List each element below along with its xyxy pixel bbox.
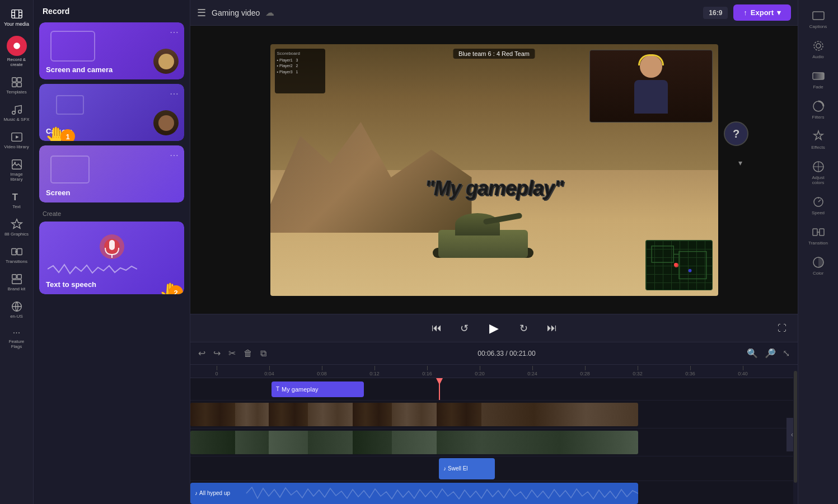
svg-rect-30: [679, 251, 706, 279]
sidebar-item-record-create[interactable]: Record &create: [2, 32, 32, 70]
screen-card[interactable]: ⋯ Screen: [39, 145, 184, 202]
record-panel: Record ⋯ Screen and camera ⋯ 🤚 1 Camera: [34, 0, 190, 504]
sidebar-item-label: Transitions: [6, 259, 27, 264]
video-library-icon: [11, 131, 23, 143]
right-item-audio[interactable]: Audio: [800, 35, 836, 64]
sidebar-item-label: FeatureFlags: [9, 339, 25, 349]
zoom-controls: 🔍 🔎 ⤡: [745, 346, 792, 361]
timeline-ruler: 0 0:04 0:08 0:12 0:16 0:20 0:24 0:28 0:3…: [190, 365, 798, 378]
forward-5s-button[interactable]: ↻: [515, 319, 533, 337]
skip-back-button[interactable]: ⏮: [428, 319, 446, 337]
panel-collapse-chevron[interactable]: ▾: [732, 157, 748, 168]
audio-swell-clip[interactable]: ♪ Swell El: [439, 458, 495, 479]
screen-camera-card[interactable]: ⋯ Screen and camera: [39, 22, 184, 79]
sidebar-item-feature-flags[interactable]: ··· FeatureFlags: [2, 324, 32, 352]
undo-button[interactable]: ↩: [196, 346, 208, 361]
svg-rect-29: [652, 246, 673, 262]
music-icon: [11, 103, 23, 116]
fullscreen-button[interactable]: ⛶: [778, 323, 786, 333]
cursor-badge-1: 1: [60, 129, 75, 141]
sidebar-item-music[interactable]: Music & SFX: [2, 100, 32, 125]
right-item-transition[interactable]: Transition: [800, 221, 836, 250]
right-item-fade[interactable]: Fade: [800, 65, 836, 94]
camera-card[interactable]: ⋯ 🤚 1 Camera: [39, 84, 184, 141]
sidebar-item-language[interactable]: en-US: [2, 297, 32, 322]
timeline-scrollbar[interactable]: [793, 365, 798, 504]
sidebar-item-label: Brand kit: [8, 286, 26, 291]
right-item-effects[interactable]: Effects: [800, 125, 836, 154]
fit-timeline-button[interactable]: ⤡: [780, 346, 792, 361]
cut-button[interactable]: ✂: [226, 346, 238, 361]
video-track-row-1: [190, 401, 798, 428]
zoom-in-button[interactable]: 🔎: [762, 346, 778, 361]
title-clip-icon: T: [276, 386, 279, 392]
card-avatar: [153, 49, 179, 74]
svg-rect-9: [17, 78, 21, 82]
card-options-icon: ⋯: [170, 88, 179, 99]
right-item-label: Filters: [812, 115, 825, 120]
rewind-5s-button[interactable]: ↺: [456, 319, 474, 337]
svg-point-13: [18, 110, 21, 114]
tts-mic-graphic: [95, 230, 129, 266]
thumb-2: [235, 403, 269, 426]
export-label: Export: [751, 8, 774, 17]
record-dot-icon: [11, 40, 22, 51]
svg-rect-11: [17, 83, 21, 87]
right-item-color[interactable]: Color: [800, 251, 836, 280]
hamburger-icon[interactable]: ☰: [197, 7, 206, 19]
timeline-time: 00:06.33 / 00:21.00: [477, 350, 535, 357]
thumb-6: [392, 403, 437, 426]
play-pause-button[interactable]: ▶: [484, 318, 505, 339]
ruler-mark-6: 0:24: [506, 366, 559, 376]
title-clip[interactable]: T My gameplay: [271, 381, 364, 397]
right-item-captions[interactable]: Captions: [800, 4, 836, 34]
help-button[interactable]: ?: [724, 121, 748, 146]
feature-flags-icon: ···: [13, 328, 20, 338]
tts-card[interactable]: 🤚 2 Text to speech: [39, 222, 184, 294]
video-clip-1[interactable]: [190, 403, 638, 426]
brand-kit-icon: [11, 273, 23, 285]
right-item-label: Transition: [808, 241, 828, 246]
sidebar-item-image-library[interactable]: Imagelibrary: [2, 155, 32, 185]
sidebar-item-templates[interactable]: Templates: [2, 73, 32, 98]
svg-rect-39: [813, 73, 824, 79]
thumb-a8: [481, 431, 638, 454]
scoreboard-mini: Scoreboard ▪ Player1 3 ▪ Player2 2 ▪ Pla…: [275, 49, 325, 93]
video-clip-2[interactable]: [190, 431, 638, 454]
sidebar-item-text[interactable]: T Text: [2, 187, 32, 213]
project-name[interactable]: Gaming video: [212, 8, 260, 17]
duplicate-button[interactable]: ⧉: [258, 346, 269, 361]
aspect-ratio-badge[interactable]: 16:9: [703, 7, 728, 19]
mini-map-lines: [646, 241, 712, 290]
sidebar-item-label: Music & SFX: [3, 117, 29, 122]
zoom-out-button[interactable]: 🔍: [745, 346, 760, 361]
sidebar-item-video-library[interactable]: Video library: [2, 128, 32, 153]
export-button[interactable]: ↑ Export ▾: [733, 4, 791, 21]
audio-main-clip[interactable]: ♪ All hyped up: [190, 483, 638, 504]
pip-body: [634, 80, 668, 114]
thumb-7: [437, 403, 481, 426]
skip-forward-button[interactable]: ⏭: [543, 319, 561, 337]
sidebar-item-label: Templates: [6, 90, 26, 95]
right-item-adjust-colors[interactable]: Adjustcolors: [800, 156, 836, 190]
sidebar-item-brand-kit[interactable]: Brand kit: [2, 270, 32, 295]
screen-deco: [50, 156, 90, 183]
sidebar-item-your-media[interactable]: Your media: [2, 4, 32, 30]
thumb-a5: [353, 431, 392, 454]
right-item-filters[interactable]: Filters: [800, 95, 836, 124]
speed-icon: [812, 195, 825, 209]
sidebar-item-transitions[interactable]: Transitions: [2, 242, 32, 267]
time-separator: /: [505, 350, 509, 357]
sidebar-item-graphics[interactable]: 88 Graphics: [2, 215, 32, 240]
video-preview[interactable]: Blue team 6 : 4 Red Team "My gameplay" S…: [270, 44, 718, 296]
thumb-a1: [190, 431, 235, 454]
create-section-label: Create: [34, 205, 190, 219]
delete-button[interactable]: 🗑: [241, 346, 255, 361]
record-panel-title: Record: [34, 0, 190, 20]
right-item-speed[interactable]: Speed: [800, 191, 836, 220]
video-hud-top: Blue team 6 : 4 Red Team: [453, 49, 535, 59]
video-track-row-2: [190, 428, 798, 456]
svg-rect-8: [12, 78, 16, 82]
svg-point-38: [814, 41, 823, 50]
redo-button[interactable]: ↪: [211, 346, 223, 361]
